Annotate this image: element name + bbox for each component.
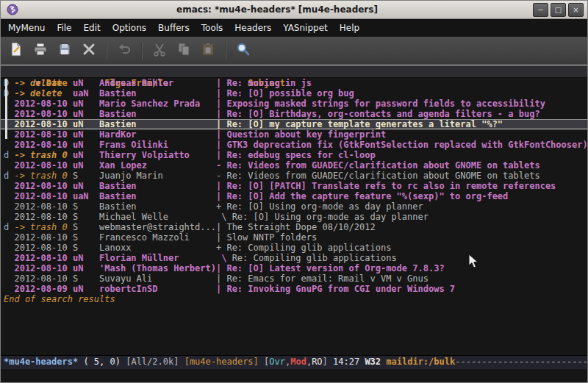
message-from: Bastien [99,88,216,99]
message-row[interactable]: 2012-08-10uNBastien| Re: [O] [PATCH] Tra… [1,181,587,191]
message-mark [4,273,14,284]
message-date: 2012-08-10 [14,109,72,119]
thread-indicator: | [216,109,226,119]
message-from: Bastien [99,181,216,191]
message-row[interactable]: 2012-08-10uNFrans Oilinki| GTK3 deprecat… [1,140,587,150]
new-file-button[interactable] [5,40,27,61]
message-subject: Re: [O] possible org bug [226,88,354,99]
message-mark-action: -> trash 0 [14,171,72,181]
message-from: Bastien [99,119,216,129]
message-row[interactable]: 2012-08-10uNFlorian Müllner \ Re: Compil… [1,253,587,263]
message-mark: d [4,150,14,160]
maximize-button[interactable]: □ [551,3,566,17]
paste-button[interactable] [197,40,219,61]
message-flags: uN [73,150,99,160]
menu-item-help[interactable]: Help [334,21,365,35]
message-from: Xan Lopez [99,160,216,171]
message-row[interactable]: 2012-08-10SBastien+ Re: [O] Using org-mo… [1,201,587,212]
scrollbar-thumb[interactable] [5,79,7,139]
window-title: emacs: *mu4e-headers* [mu4e-headers] [21,4,533,15]
thread-indicator: - [216,171,226,181]
echo-area[interactable] [1,369,587,382]
message-subject: Re: Emacs for email: Rmail v VM v Gnus [226,273,429,284]
message-row[interactable]: d-> trash 0Swebmaster@straightd...| The … [1,222,587,232]
message-subject: Re: Videos from GUADEC/clarification abo… [226,160,539,171]
search-button[interactable] [232,40,254,61]
message-flags: uN [73,99,99,109]
titlebar[interactable]: emacs: *mu4e-headers* [mu4e-headers] − □… [1,1,587,19]
menu-item-edit[interactable]: Edit [78,21,107,35]
message-mark [4,284,14,294]
message-from: Michael Welle [99,212,216,222]
message-row[interactable]: 2012-08-10uNMario Sanchez Prada| Exposin… [1,99,587,109]
message-row-current[interactable]: 2012-08-10uNBastien| Re: [O] my capture … [1,119,587,129]
toolbar [1,37,587,65]
message-flags: uaN [73,191,99,201]
message-flags: uN [73,129,99,140]
message-flags: uN [73,263,99,273]
print-button[interactable] [29,40,51,61]
message-mark [4,201,14,212]
message-row[interactable]: D-> deleteuNAndreas Röhler| Re: moving i… [1,78,587,88]
menu-item-file[interactable]: File [51,21,77,35]
message-row[interactable]: d-> trash 0SJuanjo Marin- Re: Videos fro… [1,171,587,181]
message-mark [4,253,14,263]
modeline-segment: Ovr [269,357,285,367]
message-from: Bastien [99,191,216,201]
copy-button[interactable] [173,40,195,61]
menu-item-yasnippet[interactable]: YASnippet [277,21,334,35]
thread-indicator: | [216,181,226,191]
message-subject: Re: [O] Using org-mode as day planner [226,201,423,212]
message-row[interactable]: 2012-08-10SSuvayu Ali| Re: Emacs for ema… [1,273,587,284]
message-row[interactable]: 2012-08-10SMichael Welle \ Re: [O] Using… [1,212,587,222]
menu-item-tools[interactable]: Tools [196,21,229,35]
thread-indicator: \ [216,212,232,222]
close-button[interactable]: × [568,3,584,17]
message-mark-action: -> delete [14,78,72,88]
modeline-segment: [mu4e-headers] [184,357,264,367]
thread-indicator: | [216,222,226,232]
message-from: Frans Oilinki [99,140,216,150]
close-buffer-button[interactable] [78,40,100,61]
message-row[interactable]: 2012-08-10uNXan Lopez- Re: Videos from G… [1,160,587,171]
menu-item-mymenu[interactable]: MyMenu [2,21,51,35]
message-subject: Re: [O] Latest version of Org-mode 7.8.3… [226,263,444,273]
message-from: Lanoxx [99,243,216,253]
message-row[interactable]: 2012-08-10uaNBastien| Re: [O] Add the ca… [1,191,587,201]
message-from: Florian Müllner [99,253,216,263]
cut-button[interactable] [148,40,171,61]
message-from: robertcInSD [99,284,216,294]
message-date: 2012-08-09 [14,284,72,294]
message-row[interactable]: 2012-08-09uNrobertcInSD| Re: Invoking Gn… [1,284,587,294]
menu-item-options[interactable]: Options [107,21,152,35]
message-row[interactable]: 2012-08-10uN'Mash (Thomas Herbert)| Re: … [1,263,587,273]
message-subject: Re: edebug specs for cl-loop [226,150,375,160]
save-button[interactable] [54,40,76,61]
message-subject: Re: [O] Using org-mode as day planner [232,212,429,222]
message-row[interactable]: 2012-08-10uNBastien| Re: [O] Birthdays, … [1,109,587,119]
message-date: 2012-08-10 [14,232,72,243]
minimize-button[interactable]: − [533,3,548,17]
menu-item-buffers[interactable]: Buffers [152,21,196,35]
message-flags: uN [73,284,99,294]
message-date: 2012-08-10 [14,191,72,201]
message-flags: S [73,201,99,212]
print-icon [32,41,49,60]
message-mark [4,160,14,171]
message-row[interactable]: d-> trash 0uNThierry Volpiatto| Re: edeb… [1,150,587,160]
message-row[interactable]: 2012-08-10SFrancesco Mazzoli| Slow NNTP … [1,232,587,243]
save-icon [57,41,73,60]
search-icon [235,41,251,60]
message-mark [4,191,14,201]
thread-indicator: | [216,119,226,129]
message-row[interactable]: 2012-08-10uNHardKor| Question about key … [1,129,587,140]
menu-item-headers[interactable]: Headers [229,21,277,35]
message-row[interactable]: 2012-08-10SLanoxx+ Re: Compiling glib ap… [1,243,587,253]
message-flags: uN [73,160,99,171]
message-row[interactable]: D-> deleteuaNBastien| Re: [O] possible o… [1,88,587,99]
message-subject: Re: Videos from GUADEC/clarification abo… [226,171,539,181]
thread-indicator: | [216,150,226,160]
message-date: 2012-08-10 [14,253,72,263]
modeline-segment: *mu4e-headers* [4,357,78,367]
undo-button[interactable] [113,40,135,61]
